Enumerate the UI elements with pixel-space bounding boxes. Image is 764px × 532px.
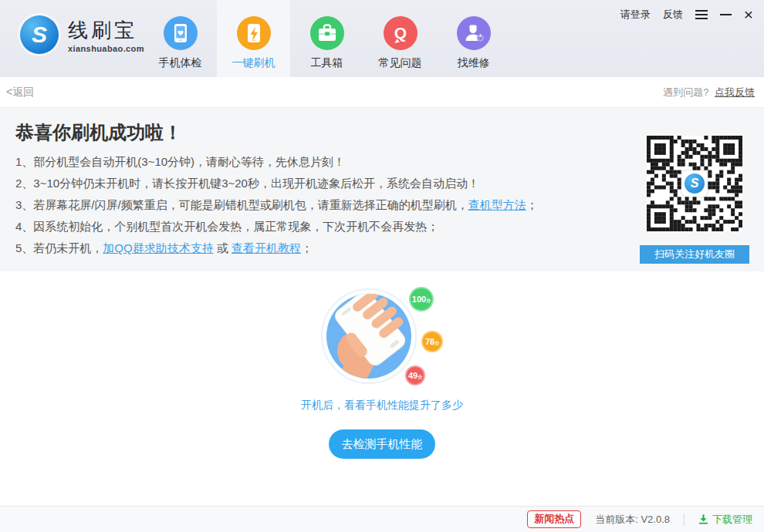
- qr-code: S: [647, 136, 742, 231]
- promo-section: 100分 78分 49分 开机后，看看手机性能提升了多少 去检测手机性能: [0, 271, 764, 506]
- detect-performance-button[interactable]: 去检测手机性能: [329, 429, 435, 459]
- nav-label: 一键刷机: [232, 56, 276, 70]
- logo-icon: S: [20, 15, 59, 54]
- boot-tutorial-link[interactable]: 查看开机教程: [232, 241, 301, 254]
- score-badge-49: 49分: [406, 366, 424, 385]
- check-model-link[interactable]: 查机型方法: [468, 198, 526, 211]
- instruction-text: ；: [301, 241, 313, 254]
- download-icon: [698, 514, 708, 524]
- promo-caption: 开机后，看看手机性能提升了多少: [301, 399, 463, 412]
- nav-item-toolbox[interactable]: 工具箱: [290, 0, 363, 77]
- version-label: 当前版本: V2.0.8: [595, 513, 670, 527]
- close-icon[interactable]: ×: [744, 8, 753, 22]
- nav-label: 工具箱: [311, 56, 343, 70]
- nav-label: 常见问题: [379, 56, 422, 70]
- app-window: S 线刷宝 xianshuabao.com 手机体检: [0, 0, 764, 532]
- score-badge-100: 100分: [410, 288, 433, 311]
- toolbox-icon: [310, 16, 344, 50]
- download-label: 下载管理: [712, 513, 752, 527]
- instruction-text: 3、若屏幕花屏/闪屏/频繁重启，可能是刷错机型或刷机包，请重新选择正确的机型刷机…: [15, 198, 468, 211]
- instruction-text: ；: [526, 198, 538, 211]
- qr-logo-icon: S: [681, 170, 708, 197]
- svg-text:Q: Q: [394, 24, 406, 42]
- question-icon: Q: [384, 16, 417, 50]
- nav-item-repair[interactable]: 找维修: [437, 0, 510, 77]
- main-nav: 手机体检 一键刷机: [144, 0, 510, 77]
- instruction-text: 2、3~10分钟仍未开机时，请长按开机键3~20秒，出现开机迹象后松开，系统会自…: [15, 177, 479, 190]
- feedback-link[interactable]: 反馈: [663, 8, 683, 22]
- nav-item-phone-check[interactable]: 手机体检: [144, 0, 217, 77]
- nav-item-faq[interactable]: Q 常见问题: [363, 0, 437, 77]
- qq-group-link[interactable]: 加QQ群求助技术支持: [103, 241, 213, 254]
- issue-text: 遇到问题?: [663, 86, 708, 98]
- footer-divider: [684, 513, 685, 526]
- footer: 新闻热点 当前版本: V2.0.8 下载管理: [0, 506, 764, 532]
- phone-in-hand-illustration: 100分 78分 49分: [309, 280, 455, 396]
- instruction-text: 4、因系统初始化，个别机型首次开机会发热，属正常现象，下次开机不会再发热；: [15, 220, 438, 233]
- download-manager-link[interactable]: 下载管理: [698, 513, 752, 527]
- repair-icon: [457, 16, 491, 50]
- header: S 线刷宝 xianshuabao.com 手机体检: [0, 0, 764, 77]
- issue-feedback-link[interactable]: 点我反馈: [715, 86, 755, 98]
- login-link[interactable]: 请登录: [620, 8, 651, 22]
- qr-caption-bar: 扫码关注好机友圈: [640, 245, 749, 264]
- score-badge-78: 78分: [422, 332, 442, 352]
- instruction-text: 5、若仍未开机，: [15, 241, 103, 254]
- phone-health-icon: [164, 16, 198, 50]
- instruction-text: 或: [214, 241, 232, 254]
- app-title: 线刷宝: [68, 17, 144, 44]
- app-logo: S 线刷宝 xianshuabao.com: [20, 15, 144, 54]
- menu-icon[interactable]: [695, 8, 708, 22]
- nav-label: 找维修: [458, 56, 490, 70]
- success-section: 恭喜你刷机成功啦！ 1、部分机型会自动开机(3~10分钟)，请耐心等待，先休息片…: [0, 108, 764, 271]
- app-subtitle: xianshuabao.com: [68, 44, 144, 53]
- nav-item-one-key-flash[interactable]: 一键刷机: [217, 0, 290, 77]
- subheader: <返回 遇到问题? 点我反馈: [0, 77, 764, 108]
- instruction-text: 1、部分机型会自动开机(3~10分钟)，请耐心等待，先休息片刻！: [15, 155, 345, 168]
- news-hotspot-button[interactable]: 新闻热点: [527, 510, 581, 528]
- window-topbar: 请登录 反馈 ×: [620, 8, 753, 22]
- logo-monogram: S: [32, 23, 47, 46]
- nav-label: 手机体检: [159, 56, 202, 70]
- phone-flash-icon: [237, 16, 271, 50]
- issue-area: 遇到问题? 点我反馈: [663, 86, 755, 99]
- minimize-icon[interactable]: [720, 8, 732, 22]
- back-button[interactable]: <返回: [6, 86, 34, 99]
